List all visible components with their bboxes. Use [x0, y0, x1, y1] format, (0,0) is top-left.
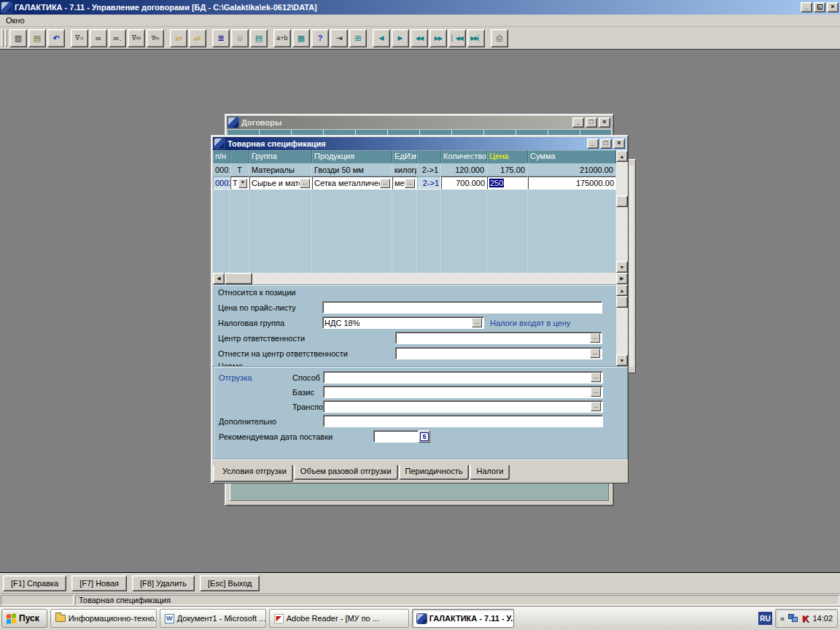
- scroll-left-button[interactable]: ◀: [213, 273, 225, 284]
- taskbar-item-galaktika[interactable]: ГАЛАКТИКА - 7.11 - У...: [412, 609, 514, 628]
- dogovory-close-button[interactable]: ×: [599, 117, 610, 128]
- cell-type[interactable]: Т ▼: [230, 176, 249, 190]
- tab-periodicity[interactable]: Периодичность: [399, 465, 470, 480]
- cell-price-editing[interactable]: 250: [487, 176, 528, 190]
- basis-picker-button[interactable]: ...: [591, 387, 601, 397]
- scroll-down-button[interactable]: ▼: [616, 261, 628, 273]
- product-picker-button[interactable]: ...: [380, 179, 390, 188]
- column-header-product[interactable]: Продукция: [312, 150, 392, 163]
- table-vertical-scrollbar[interactable]: ▲ ▼: [616, 150, 628, 273]
- cell-product[interactable]: Сетка металлическая ...: [312, 176, 392, 190]
- toolbar-grip[interactable]: [1, 29, 4, 47]
- type-dropdown-button[interactable]: ▼: [238, 179, 247, 188]
- group-picker-button[interactable]: ...: [300, 179, 310, 188]
- f8-delete-button[interactable]: [F8] Удалить: [132, 575, 195, 591]
- calculator-button[interactable]: ▦: [292, 29, 310, 47]
- cell-unit[interactable]: метр ...: [392, 176, 417, 190]
- cell-price[interactable]: 175.00: [487, 163, 528, 176]
- tab-shipment-conditions[interactable]: Условия отгрузки: [213, 465, 293, 482]
- start-button[interactable]: Пуск: [1, 609, 47, 628]
- cell-conv[interactable]: 2->1: [417, 176, 441, 190]
- tab-taxes[interactable]: Налоги: [470, 465, 510, 480]
- cell-sum[interactable]: 175000.00: [528, 176, 616, 190]
- scrollbar-thumb[interactable]: [616, 296, 628, 308]
- undo-button[interactable]: ↶: [47, 29, 65, 47]
- background-window-scrollbar[interactable]: [629, 166, 634, 367]
- find-button[interactable]: ∞: [90, 29, 107, 47]
- transport-picker-button[interactable]: ...: [591, 402, 601, 411]
- cell-sum[interactable]: 21000.00: [528, 163, 616, 176]
- paste-button[interactable]: ▤: [28, 29, 46, 47]
- nav-last-button[interactable]: ▶▶▏: [467, 29, 485, 47]
- column-header-qty[interactable]: Количество: [441, 150, 487, 163]
- spec-titlebar[interactable]: Товарная спецификация _ □ ×: [213, 137, 626, 150]
- esc-exit-button[interactable]: [Esc] Выход: [200, 575, 260, 591]
- scrollbar-thumb[interactable]: [616, 195, 628, 207]
- nav-next-fast-button[interactable]: ▶▶: [429, 29, 447, 47]
- app-minimize-button[interactable]: _: [801, 2, 812, 12]
- numbered-list-button[interactable]: ≣: [212, 29, 230, 47]
- column-header-group[interactable]: Группа: [249, 150, 312, 163]
- spec-minimize-button[interactable]: _: [587, 139, 599, 149]
- resp-center-input[interactable]: ...: [395, 332, 602, 344]
- nav-first-button[interactable]: ▏◀◀: [448, 29, 466, 47]
- taskbar-item-word[interactable]: W Документ1 - Microsoft ...: [160, 609, 266, 628]
- cell-conv[interactable]: 2->1: [417, 163, 441, 176]
- cell-unit[interactable]: килогра: [392, 163, 417, 176]
- help-button[interactable]: ?: [311, 29, 329, 47]
- table-row[interactable]: 0001 Т Материалы Гвозди 50 мм килогра 2-…: [213, 163, 616, 176]
- cell-qty[interactable]: 120.000: [441, 163, 487, 176]
- app-restore-button[interactable]: ◱: [814, 2, 825, 12]
- form-vertical-scrollbar[interactable]: ▲ ▼: [616, 284, 628, 366]
- cell-num[interactable]: 0001: [213, 163, 230, 176]
- basis-input[interactable]: ...: [323, 386, 603, 398]
- table-horizontal-scrollbar[interactable]: ◀ ▶: [213, 273, 628, 284]
- nav-prev-button[interactable]: ◀: [373, 29, 390, 47]
- price-list-input[interactable]: [322, 301, 602, 314]
- scrollbar-thumb[interactable]: [225, 273, 252, 284]
- column-header-unit[interactable]: ЕдИзм: [392, 150, 417, 163]
- recommended-date-input[interactable]: [373, 430, 419, 443]
- filter-find-button[interactable]: ∇∞: [128, 29, 145, 47]
- folder-search-button[interactable]: ▱: [189, 29, 206, 47]
- exit-door-button[interactable]: ⇥: [330, 29, 348, 47]
- dogovory-titlebar[interactable]: Договоры _ □ ×: [227, 116, 612, 129]
- table-row-editing[interactable]: 0002 Т ▼ Сырье и матери ... Сетка металл…: [213, 176, 616, 190]
- tray-chevron-button[interactable]: «: [780, 614, 785, 623]
- transport-input[interactable]: ...: [323, 400, 603, 413]
- filter-find-next-button[interactable]: ∇∞.: [147, 29, 164, 47]
- tax-group-picker-button[interactable]: ...: [472, 318, 482, 327]
- resp-center-picker-button[interactable]: ...: [590, 333, 600, 343]
- toolbar-grip2[interactable]: [5, 29, 7, 47]
- open-folder-button[interactable]: ▱: [170, 29, 187, 47]
- f1-help-button[interactable]: [F1] Справка: [3, 575, 66, 591]
- cell-qty[interactable]: 700.000: [441, 176, 487, 190]
- column-header-price[interactable]: Цена: [487, 150, 528, 163]
- unit-picker-button[interactable]: ...: [405, 179, 415, 188]
- f7-new-button[interactable]: [F7] Новая: [71, 575, 127, 591]
- spec-maximize-button[interactable]: □: [600, 139, 612, 149]
- scroll-right-button[interactable]: ▶: [616, 273, 628, 284]
- language-indicator[interactable]: RU: [758, 612, 772, 625]
- menu-window[interactable]: Окно: [6, 16, 25, 25]
- dogovory-minimize-button[interactable]: _: [572, 117, 584, 128]
- kaspersky-icon[interactable]: K: [802, 613, 809, 624]
- method-picker-button[interactable]: ...: [591, 373, 601, 382]
- a-plus-b-button[interactable]: a+b: [273, 29, 291, 47]
- scroll-down-button[interactable]: ▼: [616, 354, 628, 366]
- calendar-button[interactable]: 5: [419, 430, 430, 443]
- list-window-button[interactable]: ▤: [250, 29, 268, 47]
- taskbar-item-folder[interactable]: Информационно-техно...: [50, 609, 157, 628]
- method-input[interactable]: ...: [323, 371, 603, 384]
- cell-group[interactable]: Материалы: [249, 163, 312, 176]
- nav-prev-fast-button[interactable]: ◀◀: [411, 29, 428, 47]
- cell-group[interactable]: Сырье и матери ...: [249, 176, 312, 190]
- filter-button[interactable]: ∇=: [71, 29, 88, 47]
- copy-button[interactable]: ▥: [9, 29, 27, 47]
- nav-next-button[interactable]: ▶: [392, 29, 409, 47]
- tab-single-shipment-volume[interactable]: Объем разовой отгрузки: [294, 465, 398, 480]
- column-header-sum[interactable]: Сумма: [528, 150, 616, 163]
- find-next-button[interactable]: ∞.: [109, 29, 126, 47]
- smiley-button[interactable]: ☺: [231, 29, 249, 47]
- additional-input[interactable]: [323, 415, 603, 427]
